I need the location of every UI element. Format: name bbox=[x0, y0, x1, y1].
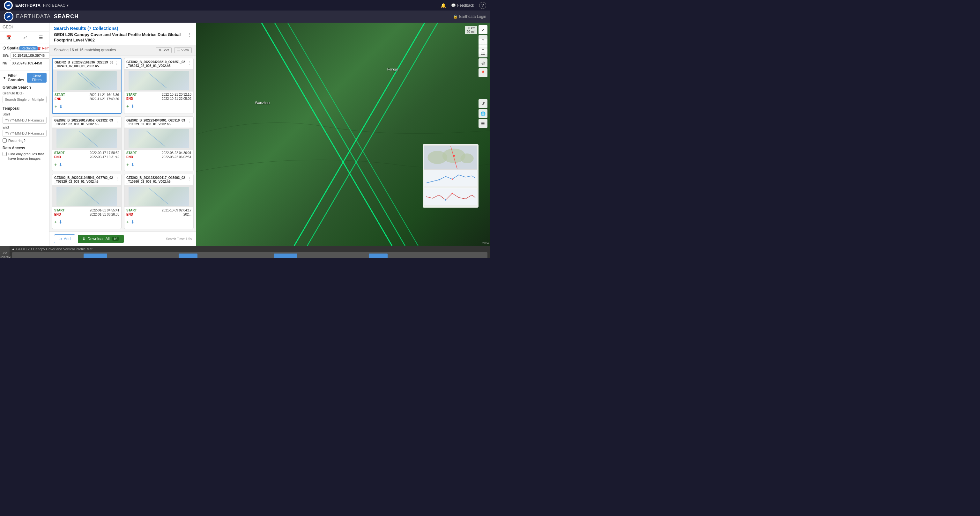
scale-bar: 30 km 20 mi bbox=[465, 26, 477, 34]
ne-input[interactable] bbox=[10, 60, 49, 66]
end-value: 2022-11-21 17:49:26 bbox=[89, 97, 119, 101]
svg-point-28 bbox=[445, 199, 446, 201]
granules-bar: Showing 16 of 16 matching granules ⇅ Sor… bbox=[49, 45, 196, 56]
results-header: Search Results (7 Collections) GEDI L2B … bbox=[49, 23, 196, 45]
timeline-segment bbox=[179, 254, 198, 258]
start-value: 2022-11-21 16:16:36 bbox=[89, 93, 119, 97]
feedback-button[interactable]: 💬 Feedback bbox=[451, 3, 474, 8]
granule-menu-icon[interactable]: ⋮ bbox=[187, 60, 191, 65]
svg-line-6 bbox=[80, 73, 100, 89]
granule-menu-icon[interactable]: ⋮ bbox=[115, 119, 119, 124]
granule-name: GEDI02_B_2022260175852_O21322_03_T05337_… bbox=[54, 119, 115, 126]
add-granule-button[interactable]: + bbox=[54, 162, 57, 167]
spatial-title: ⬡ Spatial bbox=[3, 46, 19, 51]
recurring-label: Recurring? bbox=[8, 139, 25, 143]
granule-card: GEDI02_B_2022260175852_O21322_03_T05337_… bbox=[52, 116, 121, 171]
timeline-segment bbox=[274, 254, 298, 258]
data-access-section: Data Access Find only granules that have… bbox=[3, 146, 46, 161]
add-all-button[interactable]: 🗂 Add bbox=[54, 234, 75, 243]
granule-actions: + ⬇ bbox=[52, 103, 121, 110]
add-icon: 🗂 bbox=[59, 237, 62, 241]
svg-point-24 bbox=[452, 179, 453, 180]
earthdata-brand: EARTHDATA bbox=[15, 3, 40, 8]
earthdata-login-button[interactable]: 🔒 Earthdata Login bbox=[453, 14, 486, 19]
map-year: 2024 bbox=[482, 241, 489, 245]
chat-icon: 💬 bbox=[451, 3, 456, 8]
back-chevrons-icon: << bbox=[3, 251, 7, 256]
start-date-input[interactable] bbox=[3, 117, 46, 124]
granule-menu-icon[interactable]: ⋮ bbox=[115, 60, 119, 66]
ne-label: NE: bbox=[3, 61, 9, 65]
granule-menu-icon[interactable]: ⋮ bbox=[115, 176, 119, 181]
temporal-section: Temporal Start End Recurring? bbox=[3, 106, 46, 143]
edit-icon[interactable]: ⇄ bbox=[21, 33, 30, 41]
main-layout: ⬆ 📅 ⇄ ☰ ⬡ Spatial Rectangle 🗑 Remove SW: bbox=[0, 23, 490, 246]
remove-spatial-button[interactable]: 🗑 Remove bbox=[38, 46, 49, 50]
granule-menu-icon[interactable]: ⋮ bbox=[187, 176, 191, 181]
download-granule-button[interactable]: ⬇ bbox=[131, 219, 135, 224]
download-granule-button[interactable]: ⬇ bbox=[59, 219, 62, 224]
calendar-icon[interactable]: 📅 bbox=[3, 33, 14, 41]
granule-id-input[interactable] bbox=[3, 96, 46, 103]
end-label: END bbox=[54, 213, 61, 216]
clear-filters-button[interactable]: Clear Filters bbox=[27, 73, 46, 83]
sort-button[interactable]: ⇅ Sort bbox=[156, 47, 172, 53]
help-icon[interactable]: ? bbox=[479, 2, 486, 9]
end-value: 202... bbox=[183, 213, 191, 216]
granule-card: GEDI02_B_2022294203210_O21851_02_T08943_… bbox=[124, 58, 194, 114]
view-button[interactable]: ☰ View bbox=[174, 47, 192, 53]
timeline-content: ● GEDI L2B Canopy Cover and Vertical Pro… bbox=[10, 246, 490, 258]
spatial-icon: ⬡ bbox=[3, 46, 6, 51]
map-area[interactable]: Fengjie Wanzhou 2024 30 km 20 mi ⬚ ▦ ◎ 📍… bbox=[196, 23, 490, 246]
end-date-input[interactable] bbox=[3, 130, 46, 137]
start-label: START bbox=[54, 209, 65, 212]
svg-rect-23 bbox=[424, 170, 477, 187]
download-granule-button[interactable]: ⬇ bbox=[131, 162, 135, 167]
svg-point-22 bbox=[453, 155, 455, 157]
search-input[interactable] bbox=[3, 25, 49, 29]
granule-card: GEDI02_B_2022031045541_O17762_02_T07520_… bbox=[52, 174, 121, 229]
add-granule-button[interactable]: + bbox=[54, 219, 57, 224]
chevron-down-icon: ▾ bbox=[67, 3, 68, 8]
add-granule-button[interactable]: + bbox=[126, 104, 129, 109]
add-granule-button[interactable]: + bbox=[54, 104, 57, 109]
map-label-fengjie: Fengjie bbox=[387, 67, 399, 71]
svg-line-11 bbox=[149, 188, 169, 204]
svg-point-27 bbox=[452, 193, 453, 194]
download-granule-button[interactable]: ⬇ bbox=[59, 104, 63, 109]
granule-name: GEDI02_B_2022234043001_O20910_03_T11029_… bbox=[126, 119, 187, 126]
granule-actions: + ⬇ bbox=[124, 218, 193, 226]
svg-line-10 bbox=[80, 188, 100, 204]
start-value: 2022-01-31 04:55:41 bbox=[90, 209, 119, 212]
search-time: Search Time: 1.5s bbox=[166, 237, 192, 241]
granule-info: START 2022-09-17 17:58:52 END 2022-09-17… bbox=[52, 150, 121, 161]
search-brand: EARTHDATA SEARCH bbox=[4, 12, 79, 21]
browse-checkbox[interactable] bbox=[3, 152, 7, 156]
menu-icon[interactable]: ☰ bbox=[37, 33, 46, 41]
timeline-toggle[interactable]: << MONTH ▾ bbox=[0, 246, 10, 258]
download-all-button[interactable]: ⬇ Download All 16 bbox=[78, 235, 124, 243]
add-granule-button[interactable]: + bbox=[126, 219, 129, 224]
spatial-section: ⬡ Spatial Rectangle 🗑 Remove SW: NE: bbox=[0, 43, 49, 70]
start-label: START bbox=[126, 151, 137, 155]
granule-actions: + ⬇ bbox=[52, 161, 121, 168]
nasa-logo-search bbox=[4, 12, 13, 21]
granule-menu-icon[interactable]: ⋮ bbox=[187, 119, 191, 124]
find-daac-dropdown[interactable]: Find a DAAC ▾ bbox=[43, 3, 68, 8]
sw-input[interactable] bbox=[11, 52, 49, 59]
lock-icon: 🔒 bbox=[453, 14, 458, 19]
recurring-checkbox[interactable] bbox=[3, 138, 7, 143]
map-label-wanzhou: Wanzhou bbox=[255, 101, 270, 105]
notification-icon[interactable]: 🔔 bbox=[441, 3, 446, 8]
svg-line-9 bbox=[146, 131, 165, 147]
download-granule-button[interactable]: ⬇ bbox=[131, 104, 135, 109]
collection-menu-icon[interactable]: ⋮ bbox=[188, 32, 192, 37]
download-granule-button[interactable]: ⬇ bbox=[59, 162, 62, 167]
svg-line-8 bbox=[79, 131, 98, 147]
svg-line-5 bbox=[77, 73, 96, 89]
filter-section: ▼ Filter Granules Clear Filters Granule … bbox=[0, 70, 49, 164]
start-value: 2021-10-09 02:04:17 bbox=[162, 209, 191, 212]
timeline-track[interactable] bbox=[12, 252, 487, 258]
add-granule-button[interactable]: + bbox=[126, 162, 129, 167]
fullscreen-icon[interactable]: ⤢ bbox=[479, 25, 487, 34]
